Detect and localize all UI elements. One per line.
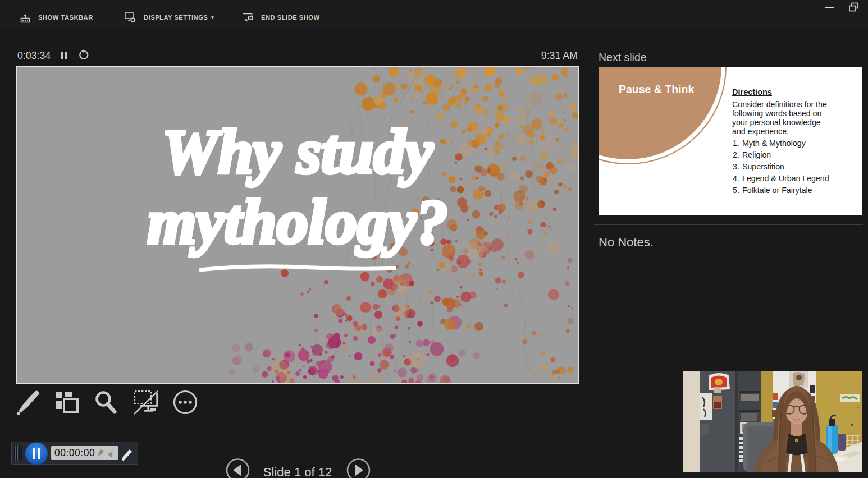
svg-text:3.: 3. [733,162,739,171]
svg-text:Legend & Urban Legend: Legend & Urban Legend [742,174,829,183]
svg-text:Folktale or Fairytale: Folktale or Fairytale [742,186,812,195]
svg-text:5.: 5. [733,186,739,195]
svg-text:mythology?: mythology? [147,187,447,256]
svg-text:Pause & Think: Pause & Think [619,83,695,95]
svg-text:1.: 1. [733,139,739,148]
svg-text:Why study: Why study [162,117,434,186]
svg-text:2.: 2. [733,150,739,159]
svg-text:Religion: Religion [742,150,771,159]
svg-text:Myth & Mythology: Myth & Mythology [742,139,806,148]
svg-text:your personal knowledge: your personal knowledge [732,118,821,127]
svg-text:Directions: Directions [732,88,772,96]
svg-text:Superstition: Superstition [742,162,784,171]
svg-text:4.: 4. [733,174,739,183]
svg-text:Consider definitions for the: Consider definitions for the [732,100,827,109]
svg-text:and experience.: and experience. [732,127,789,136]
svg-text:following words based on: following words based on [732,109,821,118]
